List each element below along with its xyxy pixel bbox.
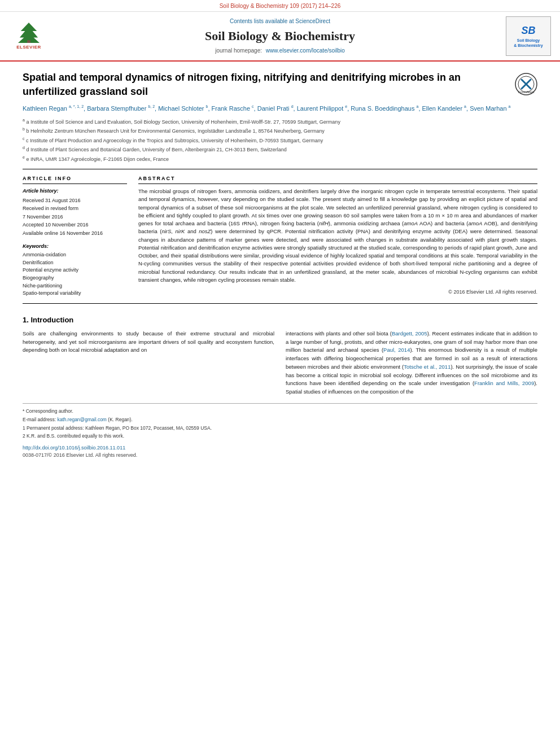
journal-logo-right: SB Soil Biology& Biochemistry [500,16,551,56]
journal-logo-box: SB Soil Biology& Biochemistry [506,16,551,56]
crossmark-icon: CrossMark [515,73,537,95]
keyword-3: Potential enzyme activity [23,267,127,274]
ref-bardgett[interactable]: Bardgett, 2005 [392,330,427,337]
affiliation-e: e e INRA, UMR 1347 Agroécologie, F-21065… [23,155,537,164]
affiliation-c: c c Institute of Plant Production and Ag… [23,136,537,145]
footnote-corresponding: * Corresponding author. [23,408,537,415]
intro-left-col: Soils are challenging environments to st… [23,330,274,396]
keyword-5: Niche-partitioning [23,282,127,290]
affiliation-a: a a Institute of Soil Science and Land E… [23,117,537,126]
keyword-1: Ammonia-oxidation [23,251,127,259]
abstract-text: The microbial groups of nitrogen fixers,… [138,187,537,284]
copyright-text: © 2016 Elsevier Ltd. All rights reserved… [138,289,537,296]
elsevier-text: ELSEVIER [16,44,41,50]
keywords-section: Keywords: Ammonia-oxidation Denitrificat… [23,243,127,297]
keywords-heading: Keywords: [23,243,127,250]
journal-header-center: Contents lists available at ScienceDirec… [60,18,500,55]
footnote-2: 2 K.R. and B.S. contributed equally to t… [23,433,537,440]
divider-1 [23,169,537,169]
article-info-panel: ARTICLE INFO Article history: Received 3… [23,175,127,297]
elsevier-logo-left: ELSEVIER [9,21,60,52]
homepage-url[interactable]: www.elsevier.com/locate/soilbio [266,47,345,54]
history-revised-date: 7 November 2016 [23,213,127,221]
journal-citation: Soil Biology & Biochemistry 109 (2017) 2… [220,3,341,9]
footnote-1: 1 Permanent postal address: Kathleen Reg… [23,425,537,432]
ref-franklin[interactable]: Franklin and Mills, 2009 [474,380,534,386]
history-online: Available online 16 November 2016 [23,230,127,237]
paper-content: Spatial and temporal dynamics of nitroge… [0,62,560,468]
history-received: Received 31 August 2016 [23,197,127,204]
introduction-section: 1. Introduction Soils are challenging en… [23,315,537,459]
article-info-heading: ARTICLE INFO [23,175,127,184]
affiliations-section: a a Institute of Soil Science and Land E… [23,117,537,164]
issn-text: 0038-0717/© 2016 Elsevier Ltd. All right… [23,452,537,459]
footnote-email: E-mail address: kath.regan@gmail.com (K.… [23,417,537,423]
top-bar: Soil Biology & Biochemistry 109 (2017) 2… [0,0,560,12]
intro-right-text: interactions with plants and other soil … [286,330,537,396]
keyword-2: Denitrification [23,259,127,267]
affiliation-b: b b Helmholtz Zentrum München Research U… [23,126,537,136]
abstract-heading: ABSTRACT [138,175,537,184]
svg-rect-2 [27,41,30,43]
keyword-4: Biogeography [23,274,127,282]
sb-logo-subtitle: Soil Biology& Biochemistry [514,38,542,48]
svg-text:CrossMark: CrossMark [518,90,535,94]
intro-right-col: interactions with plants and other soil … [286,330,537,396]
elsevier-tree-icon [15,21,43,43]
authors-text: Kathleen Regan a, *, 1, 2, Barbara Stemp… [23,105,511,112]
history-accepted: Accepted 10 November 2016 [23,221,127,229]
doi-issn-section: http://dx.doi.org/10.1016/j.soilbio.2016… [23,444,537,458]
sciencedirect-link[interactable]: Contents lists available at ScienceDirec… [60,18,500,25]
email-link[interactable]: kath.regan@gmail.com [57,417,107,422]
abstract-section: ABSTRACT The microbial groups of nitroge… [138,175,537,297]
history-revised-label: Received in revised form [23,205,127,212]
intro-columns: Soils are challenging environments to st… [23,330,537,396]
authors-list: Kathleen Regan a, *, 1, 2, Barbara Stemp… [23,103,537,114]
footnotes-section: * Corresponding author. E-mail address: … [23,403,537,440]
ref-paul[interactable]: Paul, 2014 [383,347,410,353]
homepage-line: journal homepage: www.elsevier.com/locat… [60,47,500,55]
paper-title: Spatial and temporal dynamics of nitroge… [23,71,509,99]
article-history: Article history: Received 31 August 2016… [23,187,127,237]
divider-2 [23,303,537,304]
journal-header: ELSEVIER Contents lists available at Sci… [0,12,560,62]
sb-logo-text: SB [521,24,535,37]
ref-totsche[interactable]: Totsche et al., 2011 [404,364,450,370]
paper-title-section: Spatial and temporal dynamics of nitroge… [23,71,537,99]
journal-title: Soil Biology & Biochemistry [60,28,500,45]
intro-left-text: Soils are challenging environments to st… [23,330,274,355]
keyword-6: Spatio-temporal variability [23,290,127,297]
intro-heading: 1. Introduction [23,315,537,325]
article-info-abstract: ARTICLE INFO Article history: Received 3… [23,175,537,297]
affiliation-d: d d Institute of Plant Sciences and Bota… [23,145,537,154]
doi-link[interactable]: http://dx.doi.org/10.1016/j.soilbio.2016… [23,444,537,452]
history-heading: Article history: [23,187,127,195]
